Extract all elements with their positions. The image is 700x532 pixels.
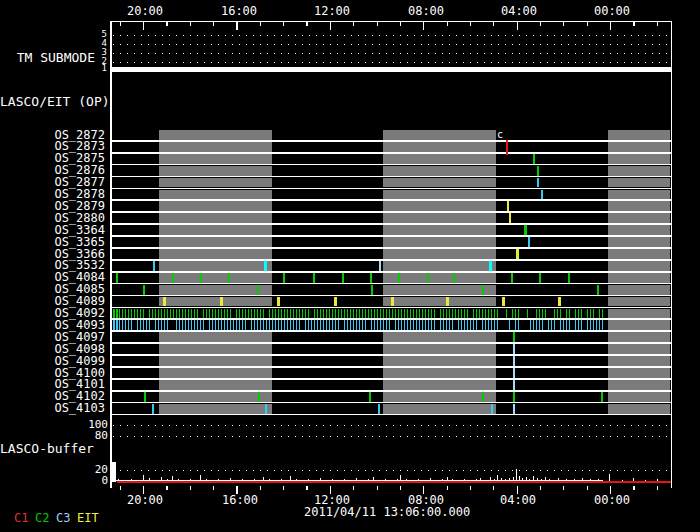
os-row-barcode-gap xyxy=(571,309,574,319)
os-row-barcode-gap xyxy=(543,320,546,330)
os-event-tick xyxy=(369,392,371,402)
os-event-tick xyxy=(200,273,202,283)
plot-right-border xyxy=(671,21,673,488)
os-row-separator xyxy=(111,414,671,416)
bottom-axis-tick xyxy=(166,486,167,490)
os-row-gray-band xyxy=(383,404,496,414)
bottom-axis-tick xyxy=(377,486,378,490)
os-red-event-line xyxy=(506,140,508,155)
os-row-barcode-gap xyxy=(144,309,147,319)
os-row-gray-band xyxy=(383,332,496,342)
top-axis-tick xyxy=(353,22,354,26)
os-event-tick xyxy=(371,285,373,295)
os-event-tick xyxy=(539,273,541,283)
os-event-tick xyxy=(398,273,400,283)
os-row-label: OS_4099 xyxy=(40,355,105,367)
top-axis-tick xyxy=(260,22,261,26)
os-event-tick xyxy=(378,404,380,414)
os-row-gray-band xyxy=(159,142,272,152)
os-row-gray-band xyxy=(383,142,496,152)
buffer-dotted-gridline xyxy=(113,436,669,437)
os-event-tick xyxy=(153,261,155,271)
buffer-ytick-label: 80 xyxy=(84,430,108,441)
os-row-gray-band xyxy=(159,344,272,354)
os-row-gray-band xyxy=(608,249,670,259)
bottom-axis-tick xyxy=(120,486,121,490)
os-row-gray-band xyxy=(383,261,496,271)
os-row-barcode-gap xyxy=(437,320,440,330)
os-row-gray-band xyxy=(159,201,272,211)
os-row-barcode-gap xyxy=(247,320,249,330)
bottom-axis-tick xyxy=(283,486,284,490)
os-event-tick xyxy=(513,344,515,354)
top-axis-tick xyxy=(563,22,564,26)
tm-submode-label: TM SUBMODE xyxy=(0,50,95,65)
os-row-gray-band xyxy=(608,368,670,378)
os-row-gray-band xyxy=(608,190,670,200)
top-axis-tick xyxy=(423,22,424,30)
os-row-gray-band xyxy=(159,178,272,188)
os-row-gray-band xyxy=(383,273,496,283)
os-event-tick xyxy=(283,273,285,283)
os-row-barcode-gap xyxy=(345,309,347,319)
os-row-gray-band xyxy=(159,166,272,176)
os-row-gray-band xyxy=(383,356,496,366)
buffer-signal-left-block xyxy=(110,462,116,482)
bottom-axis-tick xyxy=(493,486,494,490)
buffer-ytick-label: 0 xyxy=(84,475,108,486)
os-row-barcode-gap xyxy=(562,309,565,319)
top-axis-time-label: 00:00 xyxy=(592,4,632,18)
os-row-gray-band xyxy=(608,285,670,295)
top-axis-tick xyxy=(400,22,401,26)
os-row-barcode-gap xyxy=(500,309,506,319)
os-row-gray-band xyxy=(383,225,496,235)
os-event-tick xyxy=(482,392,484,402)
os-row-barcode-gap xyxy=(470,309,472,319)
bottom-axis-tick xyxy=(306,486,307,490)
os-row-label: OS_3364 xyxy=(40,224,105,236)
top-axis-tick xyxy=(540,22,541,26)
os-row-gray-band xyxy=(159,261,272,271)
os-row-gray-band xyxy=(608,320,670,330)
top-axis-tick xyxy=(143,22,144,30)
os-row-gray-band xyxy=(159,285,272,295)
os-row-gray-band xyxy=(608,225,670,235)
top-axis-tick xyxy=(283,22,284,26)
os-row-barcode-gap xyxy=(478,320,480,330)
os-event-tick xyxy=(597,285,599,295)
os-row-gray-band xyxy=(383,154,496,164)
os-row-barcode-gap xyxy=(367,320,369,330)
tm-submode-dotted-gridline xyxy=(113,62,669,63)
os-row-gray-band xyxy=(383,392,496,402)
os-event-tick xyxy=(528,237,530,247)
os-row-gray-band xyxy=(608,154,670,164)
os-event-tick xyxy=(489,261,492,271)
os-row-gray-band xyxy=(383,380,496,390)
os-row-barcode-gap xyxy=(205,320,207,330)
bottom-axis-tick xyxy=(190,486,191,490)
os-row-gray-band xyxy=(159,249,272,259)
os-row-barcode-gap xyxy=(529,309,534,319)
top-axis-tick xyxy=(447,22,448,26)
os-row-barcode-gap xyxy=(340,320,342,330)
os-row-barcode-gap xyxy=(455,320,458,330)
top-axis-tick xyxy=(120,22,121,26)
os-row-barcode-gap xyxy=(557,320,559,330)
os-row-gray-band xyxy=(608,142,670,152)
os-row-barcode-gap xyxy=(511,320,514,330)
top-axis-tick xyxy=(587,22,588,26)
os-event-tick xyxy=(116,273,118,283)
buffer-dotted-gridline xyxy=(113,470,669,471)
os-row-gray-band xyxy=(159,297,272,307)
os-row-barcode-gap xyxy=(266,309,268,319)
top-axis-tick xyxy=(306,22,307,26)
top-axis-tick xyxy=(236,22,237,30)
os-row-gray-band xyxy=(608,297,670,307)
tm-submode-ytick-label: 1 xyxy=(98,64,107,73)
legend-item-c1: C1 xyxy=(14,512,28,524)
bottom-axis-time-label: 08:00 xyxy=(406,493,446,507)
os-row-barcode-gap xyxy=(381,309,383,319)
os-event-tick xyxy=(342,273,344,283)
os-event-tick xyxy=(334,297,337,307)
os-row-gray-band xyxy=(159,273,272,283)
